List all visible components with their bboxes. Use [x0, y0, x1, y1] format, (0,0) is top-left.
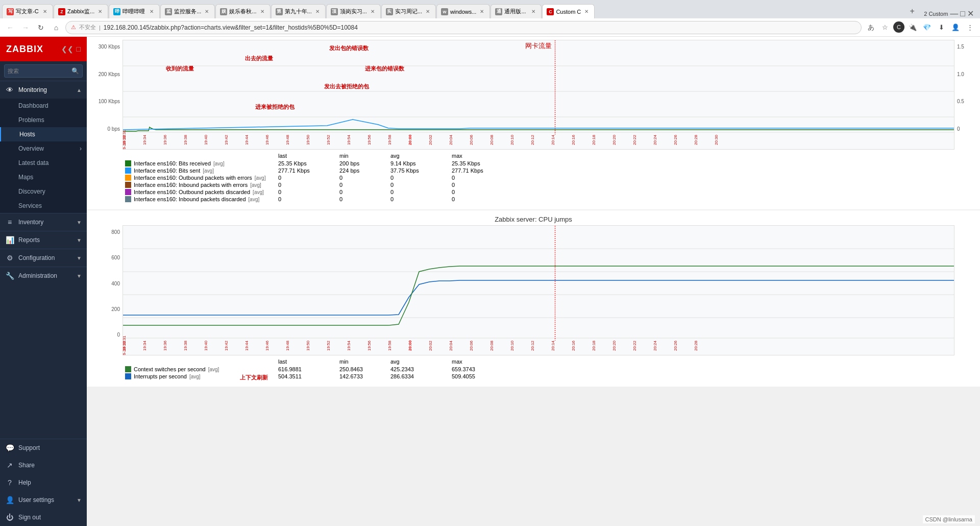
svg-text:20:00: 20:00 — [408, 134, 412, 145]
search-input[interactable]: 搜索 🔍 — [4, 64, 83, 78]
nav-bar: ← → ↻ ⌂ ⚠ 不安全 | 192.168.200.145/zabbix.p… — [0, 18, 980, 37]
sign-out-icon: ⏻ — [5, 513, 14, 522]
browser-tab-t9[interactable]: wwindows...✕ — [436, 4, 490, 18]
reports-nav-item[interactable]: 📊 Reports ▼ — [0, 231, 87, 249]
user-settings-nav-item[interactable]: 👤 User settings ▼ — [0, 491, 87, 509]
sidebar-item-dashboard[interactable]: Dashboard — [0, 99, 87, 113]
chart2-area: 19:32 19:34 19:36 19:38 19:40 19:42 19:4… — [122, 225, 954, 355]
sidebar-item-latest-data[interactable]: Latest data — [0, 156, 87, 170]
chart2-y-right-spacer — [954, 225, 980, 355]
sidebar-item-problems[interactable]: Problems — [0, 113, 87, 127]
expand-btn[interactable]: □ — [77, 45, 81, 53]
main-content: 300 Kbps 200 Kbps 100 Kbps 0 bps — [87, 37, 980, 526]
chart2-svg: 19:32 19:34 19:36 19:38 19:40 19:42 19:4… — [122, 225, 954, 355]
browser-tab-t2[interactable]: ZZabbix监...✕ — [54, 4, 108, 18]
legend-row: Interface ens160: Outbound packets disca… — [125, 189, 942, 195]
chart2-legend-rows: Context switches per second[avg]616.9881… — [125, 366, 942, 379]
inventory-nav-item[interactable]: ≡ Inventory ▼ — [0, 213, 87, 231]
inventory-section: ≡ Inventory ▼ — [0, 213, 87, 231]
extension-btn2[interactable]: 💎 — [921, 21, 933, 34]
url-text: 192.168.200.145/zabbix.php?action=charts… — [104, 24, 856, 31]
close-btn[interactable]: ✕ — [967, 9, 974, 18]
home-button[interactable]: ⌂ — [50, 21, 62, 34]
legend-row: Interface ens160: Inbound packets discar… — [125, 196, 942, 202]
svg-text:20:04: 20:04 — [449, 134, 453, 145]
sidebar-item-overview[interactable]: Overview › — [0, 141, 87, 156]
legend-row: Interface ens160: Bits received[avg]25.3… — [125, 160, 942, 166]
new-tab-button[interactable]: + — [905, 4, 919, 18]
monitoring-nav-item[interactable]: 👁 Monitoring ▲ — [0, 81, 87, 99]
sidebar-item-discovery[interactable]: Discovery — [0, 184, 87, 199]
sign-out-nav-item[interactable]: ⏻ Sign out — [0, 509, 87, 526]
bookmark-btn[interactable]: ☆ — [879, 21, 891, 34]
sidebar-item-hosts[interactable]: Hosts — [0, 127, 87, 141]
svg-text:20:14: 20:14 — [551, 134, 555, 145]
share-nav-item[interactable]: ↗ Share — [0, 457, 87, 474]
help-icon: ? — [5, 478, 14, 487]
browser-tab-t8[interactable]: 实实习周记...✕ — [381, 4, 436, 18]
collapse-btn[interactable]: ❮❮ — [61, 45, 74, 53]
administration-nav-item[interactable]: 🔧 Administration ▼ — [0, 267, 87, 284]
browser-chrome: 写写文章-C✕ZZabbix监...✕哔哔哩哔哩✕监监控服务...✕娱娱乐春秋.… — [0, 0, 980, 37]
back-button[interactable]: ← — [4, 21, 16, 34]
refresh-button[interactable]: ↻ — [35, 21, 47, 34]
svg-text:20:04: 20:04 — [449, 340, 453, 351]
user-settings-label: User settings — [18, 496, 72, 504]
browser-tab-t10[interactable]: 通通用版...✕ — [491, 4, 542, 18]
svg-text:20:30: 20:30 — [714, 134, 719, 145]
maximize-btn[interactable]: □ — [960, 9, 965, 18]
sidebar-item-services[interactable]: Services — [0, 199, 87, 213]
svg-text:20:26: 20:26 — [673, 340, 678, 351]
svg-text:20:12: 20:12 — [530, 340, 535, 351]
browser-tab-t4[interactable]: 监监控服务...✕ — [160, 4, 215, 18]
download-btn[interactable]: ⬇ — [935, 21, 947, 34]
chart2-body: 800 600 400 200 0 — [87, 225, 980, 355]
y-label-r: 0.5 — [957, 99, 964, 104]
chart1-area: 19:32 19:34 19:36 19:38 19:40 19:42 19:4… — [122, 40, 954, 150]
user-settings-icon: 👤 — [5, 495, 14, 505]
administration-section: 🔧 Administration ▼ — [0, 267, 87, 284]
translate-btn[interactable]: あ — [865, 21, 877, 34]
browser-tab-t11[interactable]: CCustom C✕ — [542, 4, 595, 18]
forward-button[interactable]: → — [19, 21, 32, 34]
sidebar-item-maps[interactable]: Maps — [0, 170, 87, 184]
svg-text:20:18: 20:18 — [592, 340, 596, 351]
svg-text:20:08: 20:08 — [489, 134, 494, 145]
support-nav-item[interactable]: 💬 Support — [0, 439, 87, 457]
browser-tab-t6[interactable]: 第第九十年...✕ — [271, 4, 326, 18]
browser-tab-t7[interactable]: 顶顶岗实习...✕ — [326, 4, 381, 18]
legend-row: Context switches per second[avg]616.9881… — [125, 366, 942, 372]
minimize-btn[interactable]: — — [950, 9, 958, 18]
lh-label — [125, 358, 278, 365]
overview-arrow: › — [80, 145, 82, 152]
zabbix-logo-text: ZABBIX — [6, 44, 43, 55]
svg-text:19:46: 19:46 — [265, 340, 270, 351]
support-label: Support — [18, 444, 82, 451]
address-bar[interactable]: ⚠ 不安全 | 192.168.200.145/zabbix.php?actio… — [65, 21, 862, 34]
svg-text:20:20: 20:20 — [612, 340, 617, 351]
svg-text:19:48: 19:48 — [285, 340, 290, 351]
user-profile-btn[interactable]: 👤 — [949, 21, 962, 34]
sidebar-search[interactable]: 搜索 🔍 — [0, 61, 87, 81]
browser-tab-t1[interactable]: 写写文章-C✕ — [2, 4, 53, 18]
svg-text:19:50: 19:50 — [306, 340, 310, 351]
profile-btn[interactable]: C — [893, 21, 904, 33]
reports-arrow: ▼ — [77, 237, 82, 243]
chart2-y-left: 800 600 400 200 0 — [87, 225, 122, 355]
monitoring-section: 👁 Monitoring ▲ Dashboard Problems Hosts … — [0, 81, 87, 213]
browser-tab-t3[interactable]: 哔哔哩哔哩✕ — [109, 4, 160, 18]
extension-btn1[interactable]: 🔌 — [906, 21, 919, 34]
help-nav-item[interactable]: ? Help — [0, 474, 87, 491]
configuration-section: ⚙ Configuration ▼ — [0, 249, 87, 267]
search-placeholder: 搜索 — [8, 67, 19, 75]
menu-btn[interactable]: ⋮ — [964, 21, 976, 34]
browser-tab-t5[interactable]: 娱娱乐春秋...✕ — [215, 4, 270, 18]
y-label: 0 — [117, 332, 120, 338]
user-settings-arrow: ▼ — [77, 497, 82, 503]
svg-text:20:14: 20:14 — [551, 340, 555, 351]
configuration-nav-item[interactable]: ⚙ Configuration ▼ — [0, 249, 87, 267]
svg-text:20:16: 20:16 — [571, 340, 576, 351]
security-icon: ⚠ — [71, 24, 76, 31]
svg-text:19:34: 19:34 — [142, 134, 147, 145]
y-label: 100 Kbps — [99, 99, 120, 104]
